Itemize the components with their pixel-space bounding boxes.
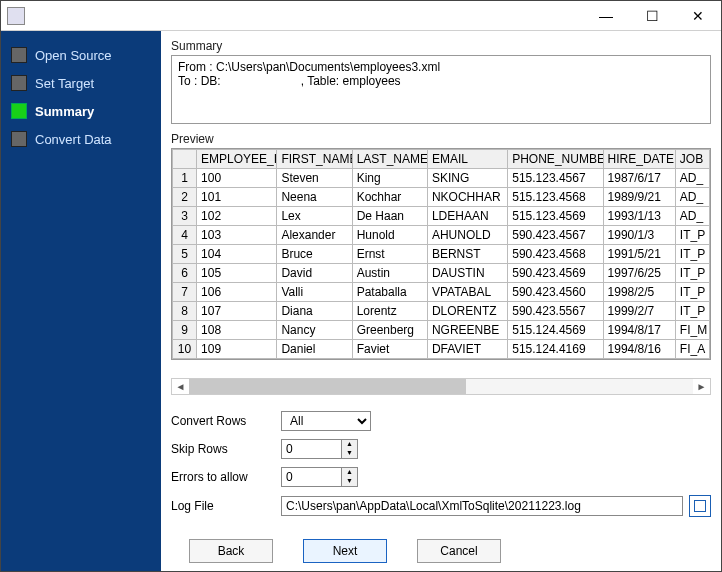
errors-label: Errors to allow xyxy=(171,470,281,484)
sidebar-item-set-target[interactable]: Set Target xyxy=(1,69,161,97)
maximize-button[interactable]: ☐ xyxy=(629,1,675,30)
table-cell: AD_ xyxy=(675,188,709,207)
table-cell: Pataballa xyxy=(352,283,427,302)
table-cell: BERNST xyxy=(427,245,507,264)
row-header-blank xyxy=(173,150,197,169)
table-cell: 1999/2/7 xyxy=(603,302,675,321)
scroll-right-icon[interactable]: ► xyxy=(693,379,710,394)
errors-stepper[interactable]: ▲ ▼ xyxy=(281,467,358,487)
table-cell: 101 xyxy=(197,188,277,207)
col-header[interactable]: PHONE_NUMBER xyxy=(508,150,603,169)
spin-up-icon[interactable]: ▲ xyxy=(342,468,357,477)
table-cell: Bruce xyxy=(277,245,352,264)
col-header[interactable]: LAST_NAME xyxy=(352,150,427,169)
scroll-track[interactable] xyxy=(189,379,693,394)
row-number: 10 xyxy=(173,340,197,359)
table-row[interactable]: 7106ValliPataballaVPATABAL590.423.456019… xyxy=(173,283,710,302)
table-row[interactable]: 4103AlexanderHunoldAHUNOLD590.423.456719… xyxy=(173,226,710,245)
sidebar-item-open-source[interactable]: Open Source xyxy=(1,41,161,69)
table-cell: 106 xyxy=(197,283,277,302)
table-cell: AD_ xyxy=(675,207,709,226)
row-number: 4 xyxy=(173,226,197,245)
table-cell: Nancy xyxy=(277,321,352,340)
table-cell: IT_P xyxy=(675,245,709,264)
col-header[interactable]: JOB xyxy=(675,150,709,169)
col-header[interactable]: EMPLOYEE_ID xyxy=(197,150,277,169)
table-cell: Greenberg xyxy=(352,321,427,340)
table-cell: Austin xyxy=(352,264,427,283)
table-cell: 104 xyxy=(197,245,277,264)
convert-rows-label: Convert Rows xyxy=(171,414,281,428)
table-cell: NKOCHHAR xyxy=(427,188,507,207)
table-cell: IT_P xyxy=(675,226,709,245)
back-button[interactable]: Back xyxy=(189,539,273,563)
preview-table: EMPLOYEE_ID FIRST_NAME LAST_NAME EMAIL P… xyxy=(171,148,711,360)
table-row[interactable]: 3102LexDe HaanLDEHAAN515.123.45691993/1/… xyxy=(173,207,710,226)
skip-rows-input[interactable] xyxy=(281,439,341,459)
row-number: 5 xyxy=(173,245,197,264)
table-row[interactable]: 9108NancyGreenbergNGREENBE515.124.456919… xyxy=(173,321,710,340)
table-cell: 590.423.4567 xyxy=(508,226,603,245)
table-row[interactable]: 10109DanielFavietDFAVIET515.124.41691994… xyxy=(173,340,710,359)
table-cell: Lorentz xyxy=(352,302,427,321)
summary-text: From : C:\Users\pan\Documents\employees3… xyxy=(171,55,711,124)
row-number: 3 xyxy=(173,207,197,226)
table-cell: 1994/8/16 xyxy=(603,340,675,359)
spin-down-icon[interactable]: ▼ xyxy=(342,449,357,458)
minimize-button[interactable]: — xyxy=(583,1,629,30)
summary-to-line: To : DB: , Table: employees xyxy=(178,74,704,88)
table-row[interactable]: 5104BruceErnstBERNST590.423.45681991/5/2… xyxy=(173,245,710,264)
log-file-input[interactable] xyxy=(281,496,683,516)
table-cell: FI_A xyxy=(675,340,709,359)
table-cell: LDEHAAN xyxy=(427,207,507,226)
table-cell: King xyxy=(352,169,427,188)
browse-icon xyxy=(694,500,706,512)
table-cell: FI_M xyxy=(675,321,709,340)
scroll-left-icon[interactable]: ◄ xyxy=(172,379,189,394)
next-button[interactable]: Next xyxy=(303,539,387,563)
table-cell: AHUNOLD xyxy=(427,226,507,245)
summary-from-line: From : C:\Users\pan\Documents\employees3… xyxy=(178,60,704,74)
col-header[interactable]: EMAIL xyxy=(427,150,507,169)
scroll-thumb[interactable] xyxy=(189,379,466,394)
table-cell: Lex xyxy=(277,207,352,226)
table-cell: 107 xyxy=(197,302,277,321)
table-cell: AD_ xyxy=(675,169,709,188)
table-cell: 1990/1/3 xyxy=(603,226,675,245)
table-row[interactable]: 8107DianaLorentzDLORENTZ590.423.55671999… xyxy=(173,302,710,321)
errors-input[interactable] xyxy=(281,467,341,487)
sidebar-item-label: Set Target xyxy=(35,76,94,91)
row-number: 7 xyxy=(173,283,197,302)
row-number: 8 xyxy=(173,302,197,321)
browse-log-button[interactable] xyxy=(689,495,711,517)
table-cell: 108 xyxy=(197,321,277,340)
table-cell: Valli xyxy=(277,283,352,302)
close-button[interactable]: ✕ xyxy=(675,1,721,30)
table-row[interactable]: 2101NeenaKochharNKOCHHAR515.123.45681989… xyxy=(173,188,710,207)
col-header[interactable]: HIRE_DATE xyxy=(603,150,675,169)
table-cell: 515.124.4169 xyxy=(508,340,603,359)
spin-down-icon[interactable]: ▼ xyxy=(342,477,357,486)
col-header[interactable]: FIRST_NAME xyxy=(277,150,352,169)
cancel-button[interactable]: Cancel xyxy=(417,539,501,563)
table-row[interactable]: 6105DavidAustinDAUSTIN590.423.45691997/6… xyxy=(173,264,710,283)
table-cell: DLORENTZ xyxy=(427,302,507,321)
table-cell: IT_P xyxy=(675,283,709,302)
table-cell: 515.123.4569 xyxy=(508,207,603,226)
table-row[interactable]: 1100StevenKingSKING515.123.45671987/6/17… xyxy=(173,169,710,188)
sidebar-item-summary[interactable]: Summary xyxy=(1,97,161,125)
table-cell: 109 xyxy=(197,340,277,359)
skip-rows-stepper[interactable]: ▲ ▼ xyxy=(281,439,358,459)
sidebar-item-label: Summary xyxy=(35,104,94,119)
horizontal-scrollbar[interactable]: ◄ ► xyxy=(171,378,711,395)
title-bar: — ☐ ✕ xyxy=(1,1,721,31)
table-cell: Hunold xyxy=(352,226,427,245)
table-cell: 105 xyxy=(197,264,277,283)
convert-rows-select[interactable]: All xyxy=(281,411,371,431)
step-icon xyxy=(11,75,27,91)
table-cell: De Haan xyxy=(352,207,427,226)
spin-up-icon[interactable]: ▲ xyxy=(342,440,357,449)
table-cell: 1997/6/25 xyxy=(603,264,675,283)
step-icon xyxy=(11,47,27,63)
sidebar-item-convert-data[interactable]: Convert Data xyxy=(1,125,161,153)
